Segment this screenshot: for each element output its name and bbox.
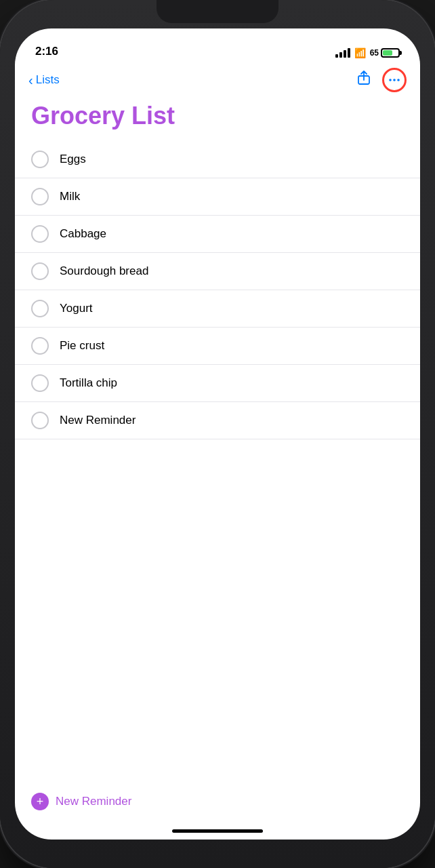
list-item: Sourdough bread xyxy=(15,253,420,290)
reminder-item-label: Sourdough bread xyxy=(60,264,148,278)
nav-bar: ‹ Lists xyxy=(15,65,420,98)
list-item: Eggs xyxy=(15,141,420,178)
new-reminder-button[interactable]: + New Reminder xyxy=(31,793,404,810)
list-item: Cabbage xyxy=(15,216,420,253)
status-icons: 📶 65 xyxy=(335,47,400,60)
reminder-list: EggsMilkCabbageSourdough breadYogurtPie … xyxy=(15,141,420,785)
svg-point-2 xyxy=(393,79,396,81)
bottom-bar: + New Reminder xyxy=(15,785,420,824)
reminder-checkbox[interactable] xyxy=(31,188,49,205)
home-indicator xyxy=(172,829,263,833)
battery-icon xyxy=(381,48,400,58)
list-item: Yogurt xyxy=(15,290,420,328)
status-bar: 2:16 📶 65 xyxy=(15,28,420,65)
reminder-item-label: Tortilla chip xyxy=(60,376,117,390)
reminder-item-label: Eggs xyxy=(60,153,86,166)
more-button[interactable] xyxy=(382,68,407,92)
reminder-item-label: Cabbage xyxy=(60,227,106,241)
reminder-checkbox[interactable] xyxy=(31,151,49,168)
phone-frame: 2:16 📶 65 ‹ L xyxy=(0,0,435,868)
reminder-item-label: New Reminder xyxy=(60,414,136,427)
reminder-item-label: Yogurt xyxy=(60,302,93,315)
share-button[interactable] xyxy=(356,71,371,90)
list-item: New Reminder xyxy=(15,402,420,439)
reminder-checkbox[interactable] xyxy=(31,262,49,280)
reminder-checkbox[interactable] xyxy=(31,337,49,355)
list-item: Milk xyxy=(15,178,420,216)
new-reminder-label: New Reminder xyxy=(56,795,131,808)
nav-actions xyxy=(356,68,407,92)
signal-icon xyxy=(335,48,350,58)
reminder-item-label: Milk xyxy=(60,190,80,203)
reminder-checkbox[interactable] xyxy=(31,225,49,243)
wifi-icon: 📶 xyxy=(354,47,366,58)
svg-point-1 xyxy=(389,79,392,81)
list-item: Tortilla chip xyxy=(15,365,420,402)
battery-percent: 65 xyxy=(370,48,379,58)
chevron-left-icon: ‹ xyxy=(28,73,33,87)
phone-screen: 2:16 📶 65 ‹ L xyxy=(15,28,420,840)
add-icon: + xyxy=(31,793,49,810)
reminder-checkbox[interactable] xyxy=(31,374,49,392)
reminder-checkbox[interactable] xyxy=(31,300,49,317)
reminder-checkbox[interactable] xyxy=(31,412,49,429)
back-button[interactable]: ‹ Lists xyxy=(28,73,60,87)
svg-point-3 xyxy=(397,79,400,81)
battery-indicator: 65 xyxy=(370,48,400,58)
notch xyxy=(157,0,278,23)
back-label: Lists xyxy=(36,73,60,87)
status-time: 2:16 xyxy=(35,45,58,60)
page-title: Grocery List xyxy=(15,98,420,141)
list-item: Pie crust xyxy=(15,328,420,365)
main-content: Grocery List EggsMilkCabbageSourdough br… xyxy=(15,98,420,840)
reminder-item-label: Pie crust xyxy=(60,339,104,353)
